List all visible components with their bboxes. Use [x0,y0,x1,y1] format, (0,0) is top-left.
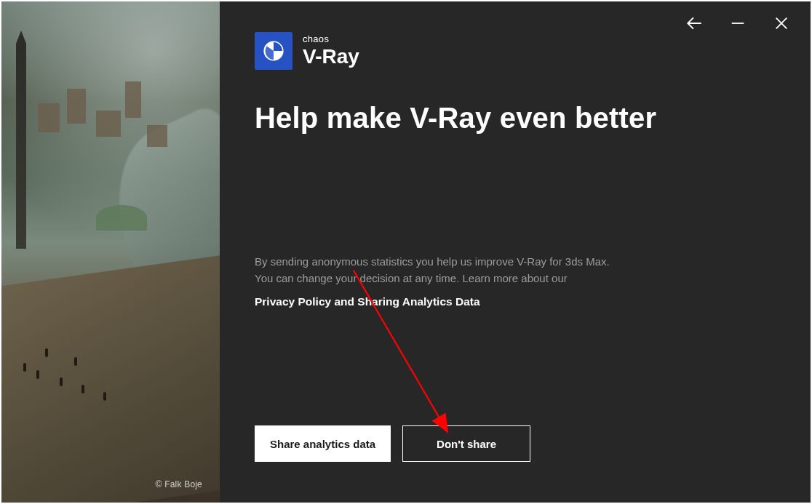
hero-image: © Falk Boje [1,1,220,503]
page-title: Help make V-Ray even better [255,102,776,135]
privacy-policy-link[interactable]: Privacy Policy and Sharing Analytics Dat… [255,295,480,308]
arrow-left-icon [685,14,704,33]
body-block: By sending anonymous statistics you help… [255,254,720,308]
window-controls [682,12,793,35]
content-pane: chaos V-Ray Help make V-Ray even better … [220,1,811,503]
share-analytics-button[interactable]: Share analytics data [255,425,391,462]
body-line-2: You can change your decision at any time… [255,272,568,284]
back-button[interactable] [682,12,706,35]
brand-block: chaos V-Ray [255,32,776,70]
vray-logo-icon [255,32,292,70]
body-line-1: By sending anonymous statistics you help… [255,255,610,268]
minimize-icon [730,15,746,31]
brand-product: V-Ray [303,46,359,67]
button-row: Share analytics data Don't share [255,425,530,462]
close-button[interactable] [770,12,793,35]
close-icon [773,15,789,31]
minimize-button[interactable] [726,12,749,35]
dont-share-button[interactable]: Don't share [402,425,530,462]
installer-window: © Falk Boje [1,1,811,503]
brand-company: chaos [303,34,359,44]
image-credit: © Falk Boje [156,479,202,489]
